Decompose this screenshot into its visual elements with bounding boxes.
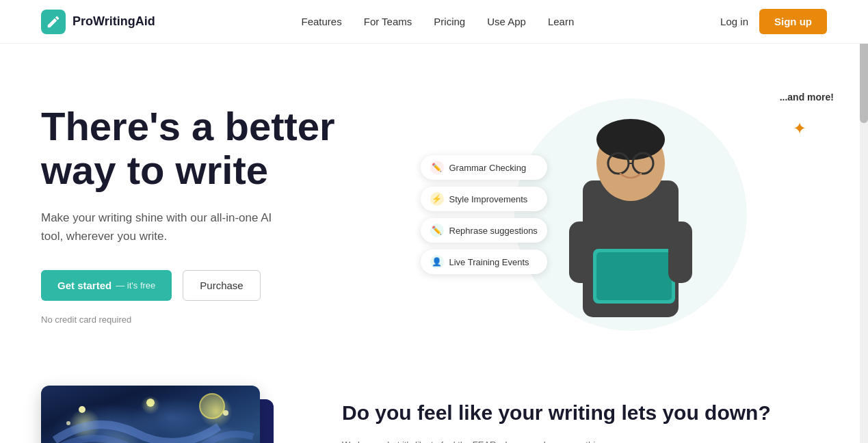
chip-style: ⚡ Style Improvements — [421, 187, 547, 211]
logo-svg — [46, 14, 61, 29]
hero-section: There's a better way to write Make your … — [0, 44, 868, 358]
chip-training: 👤 Live Training Events — [421, 250, 547, 274]
purchase-button[interactable]: Purchase — [183, 270, 260, 301]
person-svg — [535, 92, 726, 338]
hero-title: There's a better way to write — [41, 105, 434, 192]
chip-rephrase-label: Rephrase suggestions — [449, 226, 538, 236]
person-illustration — [535, 92, 726, 338]
scrollbar[interactable] — [860, 0, 868, 443]
nav-actions: Log in Sign up — [720, 9, 827, 34]
logo-link[interactable]: ProWritingAid — [41, 10, 155, 34]
svg-rect-7 — [596, 252, 672, 300]
chip-grammar: ✏️ Grammar Checking — [421, 155, 547, 180]
nav-item-features[interactable]: Features — [302, 16, 342, 28]
hero-subtitle: Make your writing shine with our all-in-… — [41, 209, 287, 245]
nav-item-for-teams[interactable]: For Teams — [364, 16, 412, 28]
no-credit-card-text: No credit card required — [41, 314, 434, 325]
second-section: My idea in my head Do you feel like your… — [0, 358, 868, 443]
get-started-button[interactable]: Get started — it's free — [41, 270, 172, 301]
style-icon: ⚡ — [430, 192, 444, 206]
nav-item-use-app[interactable]: Use App — [487, 16, 526, 28]
second-section-title: Do you feel like your writing lets you d… — [342, 399, 827, 426]
svg-point-2 — [596, 119, 665, 160]
sparkle-icon: ✦ — [793, 119, 806, 138]
svg-rect-9 — [668, 222, 692, 283]
nav-links: Features For Teams Pricing Use App Learn — [302, 16, 575, 28]
hero-buttons: Get started — it's free Purchase — [41, 270, 434, 301]
svg-point-22 — [200, 394, 224, 418]
login-button[interactable]: Log in — [720, 16, 748, 27]
svg-point-18 — [79, 406, 86, 413]
svg-point-21 — [66, 421, 70, 425]
chip-style-label: Style Improvements — [449, 194, 528, 204]
main-nav: ProWritingAid Features For Teams Pricing… — [0, 0, 868, 44]
chip-training-label: Live Training Events — [449, 257, 529, 267]
second-section-desc: We know what it's like to feel the FEAR … — [342, 438, 629, 443]
svg-rect-8 — [569, 222, 593, 283]
second-visual: My idea in my head — [41, 386, 287, 443]
hero-visual: ✏️ Grammar Checking ⚡ Style Improvements… — [434, 85, 828, 345]
hero-content: There's a better way to write Make your … — [41, 105, 434, 325]
training-icon: 👤 — [430, 255, 444, 269]
nav-item-learn[interactable]: Learn — [548, 16, 574, 28]
feature-chips: ✏️ Grammar Checking ⚡ Style Improvements… — [421, 155, 547, 274]
rephrase-icon: ✏️ — [430, 224, 444, 237]
nav-item-pricing[interactable]: Pricing — [434, 16, 465, 28]
art-card-front: My idea in my head — [41, 386, 260, 443]
logo-text: ProWritingAid — [73, 14, 155, 29]
signup-button[interactable]: Sign up — [759, 9, 827, 34]
more-label: ...and more! — [780, 92, 834, 103]
second-content: Do you feel like your writing lets you d… — [342, 386, 827, 443]
logo-icon — [41, 10, 66, 34]
grammar-icon: ✏️ — [430, 161, 444, 174]
chip-grammar-label: Grammar Checking — [449, 163, 527, 173]
chip-rephrase: ✏️ Rephrase suggestions — [421, 218, 547, 243]
svg-point-19 — [146, 399, 155, 407]
free-label: — it's free — [116, 280, 155, 291]
get-started-label: Get started — [57, 280, 111, 291]
